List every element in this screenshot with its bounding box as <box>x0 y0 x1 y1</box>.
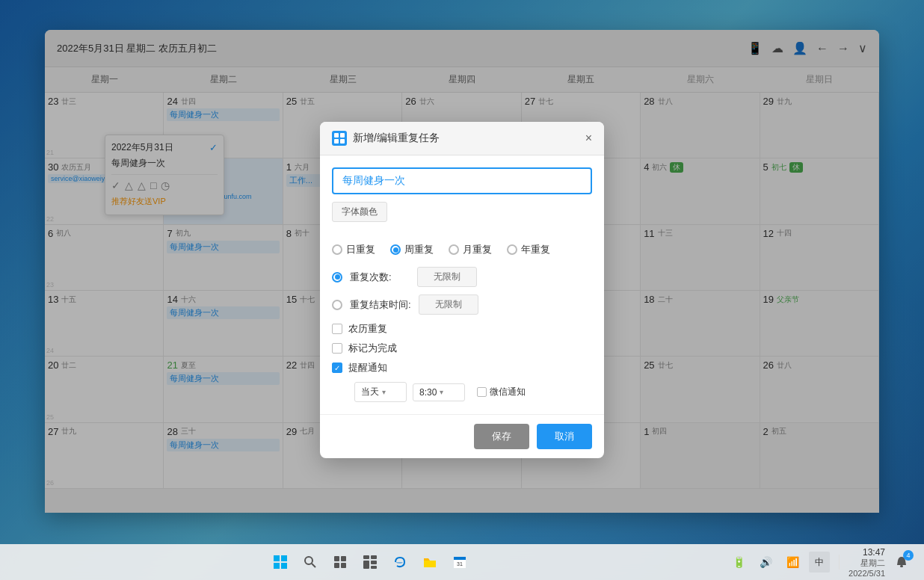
wechat-notify-checkbox[interactable]: 微信通知 <box>477 386 526 398</box>
modal-title: 新增/编辑重复任务 <box>353 132 579 145</box>
radio-yearly-label: 年重复 <box>521 243 550 256</box>
taskbar-notification-button[interactable]: 4 <box>891 552 912 573</box>
modal-header-icon <box>332 131 347 146</box>
mark-complete-box <box>332 343 342 354</box>
reminder-checkbox[interactable]: ✓ 提醒通知 <box>332 361 592 374</box>
radio-monthly-label: 月重复 <box>463 243 492 256</box>
reminder-day-value: 当天 <box>361 386 379 398</box>
radio-daily-label: 日重复 <box>346 243 375 256</box>
mark-complete-checkbox[interactable]: 标记为完成 <box>332 342 592 355</box>
svg-rect-10 <box>334 556 339 561</box>
modal-header: 新增/编辑重复任务 × <box>320 122 604 155</box>
notification-badge: 4 <box>903 550 914 561</box>
taskbar-calendar-button[interactable]: 31 <box>449 552 470 573</box>
reminder-day-select[interactable]: 当天 ▾ <box>354 382 407 402</box>
taskbar-time: 13:47 <box>848 547 885 558</box>
taskbar-tray-ime[interactable]: 中 <box>809 552 830 573</box>
modal-close-button[interactable]: × <box>585 132 592 145</box>
radio-monthly-circle <box>449 244 459 255</box>
lunar-repeat-checkbox[interactable]: 农历重复 <box>332 322 592 336</box>
svg-rect-4 <box>274 555 280 561</box>
svg-rect-11 <box>341 556 346 561</box>
taskbar-date: 2022/5/31 <box>848 569 885 578</box>
svg-text:31: 31 <box>457 561 463 567</box>
taskbar-start-button[interactable] <box>270 552 291 573</box>
font-color-button[interactable]: 字体颜色 <box>332 202 387 222</box>
radio-yearly-circle <box>507 244 517 255</box>
svg-rect-15 <box>371 555 377 559</box>
modal-overlay: 新增/编辑重复任务 × 字体颜色 日重复 周重复 <box>0 0 924 580</box>
repeat-type-group: 日重复 周重复 月重复 年重复 <box>332 243 592 256</box>
reminder-label: 提醒通知 <box>348 361 387 374</box>
taskbar-files-button[interactable] <box>419 552 440 573</box>
repeat-count-row: 重复次数: 无限制 <box>332 267 592 287</box>
radio-daily-circle <box>332 244 342 255</box>
repeat-end-value-btn[interactable]: 无限制 <box>419 294 478 315</box>
svg-rect-21 <box>454 557 466 560</box>
taskbar-tray-network[interactable]: 📶 <box>782 552 803 573</box>
lunar-repeat-box <box>332 324 342 334</box>
taskbar-clock[interactable]: 13:47 星期二 2022/5/31 <box>848 547 885 578</box>
taskbar-search-button[interactable] <box>300 552 321 573</box>
app-icon-svg <box>334 133 345 144</box>
taskbar-widgets-button[interactable] <box>360 552 381 573</box>
taskbar-tray-volume[interactable]: 🔊 <box>755 552 776 573</box>
svg-rect-14 <box>363 555 369 559</box>
repeat-count-radio[interactable] <box>332 272 342 283</box>
radio-weekly[interactable]: 周重复 <box>390 243 434 256</box>
save-button[interactable]: 保存 <box>474 424 529 449</box>
svg-rect-18 <box>371 566 377 569</box>
taskbar-divider <box>839 555 840 570</box>
svg-rect-12 <box>334 563 339 568</box>
radio-yearly[interactable]: 年重复 <box>507 243 550 256</box>
svg-line-9 <box>312 564 315 567</box>
reminder-day-arrow: ▾ <box>382 388 386 396</box>
modal-dialog: 新增/编辑重复任务 × 字体颜色 日重复 周重复 <box>320 122 604 458</box>
repeat-end-radio[interactable] <box>332 300 342 310</box>
reminder-time-select[interactable]: 8:30 ▾ <box>413 383 465 401</box>
svg-rect-1 <box>340 133 345 138</box>
svg-rect-13 <box>341 563 346 568</box>
svg-rect-2 <box>334 139 339 144</box>
taskbar-right: 🔋 🔊 📶 中 13:47 星期二 2022/5/31 4 <box>728 547 912 578</box>
modal-footer: 保存 取消 <box>320 414 604 458</box>
radio-daily[interactable]: 日重复 <box>332 243 375 256</box>
svg-rect-0 <box>334 133 339 138</box>
svg-rect-16 <box>363 561 369 569</box>
modal-body: 字体颜色 日重复 周重复 月重复 年重复 <box>320 155 604 414</box>
radio-weekly-label: 周重复 <box>404 243 434 256</box>
reminder-box: ✓ <box>332 362 342 373</box>
reminder-time-value: 8:30 <box>419 387 437 398</box>
taskbar-tray-battery[interactable]: 🔋 <box>728 552 749 573</box>
svg-point-8 <box>305 557 312 564</box>
svg-rect-23 <box>900 565 903 567</box>
svg-rect-3 <box>340 139 345 144</box>
radio-monthly[interactable]: 月重复 <box>449 243 492 256</box>
lunar-repeat-label: 农历重复 <box>348 322 387 336</box>
taskbar: 31 🔋 🔊 📶 中 13:47 星期二 2022/5/31 4 <box>0 544 924 580</box>
wechat-notify-box <box>477 387 487 397</box>
svg-rect-6 <box>274 563 280 569</box>
taskbar-weekday: 星期二 <box>848 558 885 569</box>
reminder-time-row: 当天 ▾ 8:30 ▾ 微信通知 <box>332 382 592 402</box>
taskbar-center: 31 <box>270 552 470 573</box>
wechat-notify-label: 微信通知 <box>490 386 526 398</box>
repeat-count-value-btn[interactable]: 无限制 <box>417 267 477 287</box>
taskbar-edge-button[interactable] <box>389 552 410 573</box>
radio-weekly-circle <box>390 244 401 255</box>
task-name-input[interactable] <box>332 167 592 194</box>
cancel-button[interactable]: 取消 <box>537 424 592 449</box>
svg-rect-5 <box>281 555 287 561</box>
repeat-count-label: 重复次数: <box>350 271 410 284</box>
svg-rect-7 <box>281 563 287 569</box>
reminder-time-arrow: ▾ <box>440 388 443 396</box>
mark-complete-label: 标记为完成 <box>348 342 397 355</box>
svg-rect-17 <box>371 561 377 564</box>
repeat-end-row: 重复结束时间: 无限制 <box>332 294 592 315</box>
taskbar-taskview-button[interactable] <box>330 552 351 573</box>
repeat-end-label: 重复结束时间: <box>350 298 411 312</box>
